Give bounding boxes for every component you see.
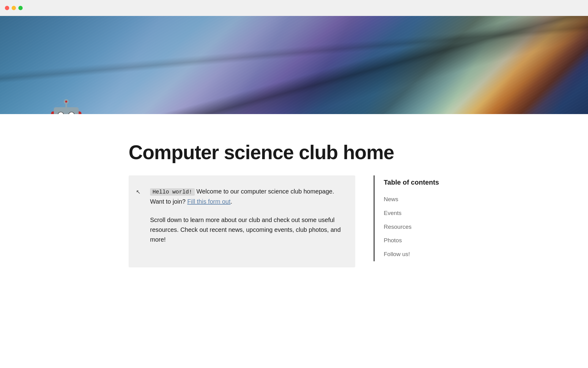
- content-layout: ↖ Hello world! Welcome to our computer s…: [129, 175, 459, 267]
- link-punctuation: .: [231, 198, 232, 205]
- window-chrome: [0, 0, 588, 16]
- maximize-button[interactable]: [18, 6, 23, 10]
- toc-item-resources[interactable]: Resources: [384, 220, 459, 234]
- close-button[interactable]: [5, 6, 9, 10]
- toc-title: Table of contents: [384, 178, 459, 186]
- minimize-button[interactable]: [12, 6, 16, 10]
- toc-item-follow[interactable]: Follow us!: [384, 247, 459, 261]
- form-link[interactable]: Fill this form out: [187, 198, 231, 205]
- content-block: ↖ Hello world! Welcome to our computer s…: [129, 175, 355, 267]
- toc-sidebar: Table of contents News Events Resources …: [374, 175, 459, 261]
- cursor-icon: ↖: [136, 188, 141, 197]
- toc-item-events[interactable]: Events: [384, 206, 459, 220]
- page-icon-container: 🤖: [49, 97, 83, 114]
- toc-item-photos[interactable]: Photos: [384, 234, 459, 247]
- page-title: Computer science club home: [129, 142, 459, 163]
- second-paragraph: Scroll down to learn more about our club…: [150, 215, 344, 244]
- main-content: ↖ Hello world! Welcome to our computer s…: [129, 175, 355, 267]
- intro-paragraph: Hello world! Welcome to our computer sci…: [150, 186, 344, 206]
- toc-item-news[interactable]: News: [384, 193, 459, 206]
- page-wrapper: Computer science club home ↖ Hello world…: [80, 114, 508, 267]
- page-title-area: Computer science club home: [129, 114, 459, 175]
- robot-icon: 🤖: [49, 97, 83, 114]
- inline-code: Hello world!: [150, 188, 195, 196]
- hero-banner: 🤖: [0, 16, 588, 114]
